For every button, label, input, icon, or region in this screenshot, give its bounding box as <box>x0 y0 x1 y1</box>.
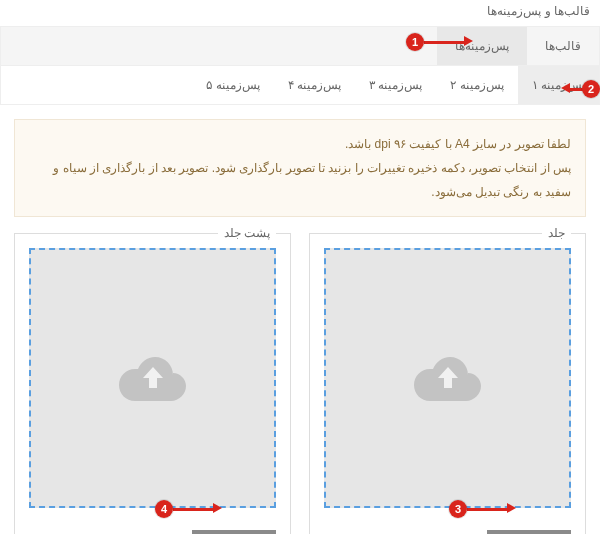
tab-templates[interactable]: قالب‌ها <box>527 27 599 65</box>
main-tabs: قالب‌ها پس‌زمینه‌ها <box>0 26 600 66</box>
sub-tabs: پس‌زمینه ۱ پس‌زمینه ۲ پس‌زمینه ۳ پس‌زمین… <box>0 66 600 105</box>
panel-cover-title: جلد <box>542 226 571 240</box>
sub-tab-bg4[interactable]: پس‌زمینه ۴ <box>274 66 355 104</box>
back-cover-dropzone[interactable] <box>29 248 276 508</box>
cover-dropzone[interactable] <box>324 248 571 508</box>
notice-line1: لطفا تصویر در سایز A4 با کیفیت ۹۶ dpi با… <box>29 132 571 156</box>
panel-back-cover-title: پشت جلد <box>218 226 276 240</box>
cover-select-image-button[interactable]: انتخاب تصویر <box>487 530 571 534</box>
sub-tab-bg5[interactable]: پس‌زمینه ۵ <box>192 66 273 104</box>
panel-back-cover: پشت جلد انتخاب تصویر <box>14 233 291 534</box>
sub-tab-bg1[interactable]: پس‌زمینه ۱ <box>518 66 599 104</box>
notice-line2: پس از انتخاب تصویر، دکمه ذخیره تغییرات ر… <box>29 156 571 204</box>
tab-backgrounds[interactable]: پس‌زمینه‌ها <box>437 27 527 65</box>
content-area: لطفا تصویر در سایز A4 با کیفیت ۹۶ dpi با… <box>0 105 600 534</box>
sub-tab-bg3[interactable]: پس‌زمینه ۳ <box>355 66 436 104</box>
back-cover-select-image-button[interactable]: انتخاب تصویر <box>192 530 276 534</box>
panel-cover: جلد انتخاب تصویر <box>309 233 586 534</box>
cloud-upload-icon <box>413 353 483 403</box>
notice-box: لطفا تصویر در سایز A4 با کیفیت ۹۶ dpi با… <box>14 119 586 217</box>
cloud-upload-icon <box>118 353 188 403</box>
sub-tab-bg2[interactable]: پس‌زمینه ۲ <box>436 66 517 104</box>
upload-panels: جلد انتخاب تصویر پشت جلد <box>14 233 586 534</box>
page-title: قالب‌ها و پس‌زمینه‌ها <box>0 0 600 26</box>
